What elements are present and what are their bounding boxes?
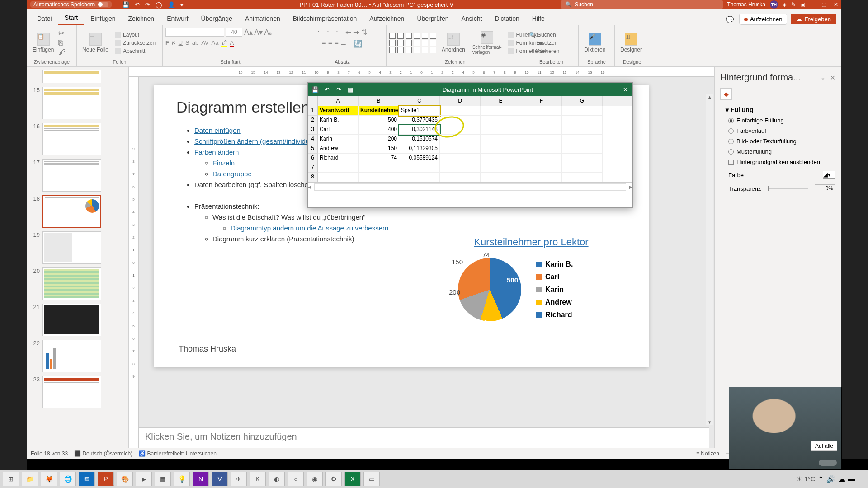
excel-icon[interactable]: X [344, 472, 361, 486]
chart-data-window[interactable]: 💾 ↶ ↷ ▦ Diagramm in Microsoft PowerPoint… [307, 82, 633, 208]
tab-ansicht[interactable]: Ansicht [455, 12, 488, 25]
tab-bildschirm[interactable]: Bildschirmpräsentation [287, 12, 363, 25]
firefox-icon[interactable]: 🦊 [41, 472, 57, 486]
tab-animationen[interactable]: Animationen [239, 12, 287, 25]
tab-hilfe[interactable]: Hilfe [526, 12, 551, 25]
app4-icon[interactable]: V [212, 472, 228, 486]
tab-start[interactable]: Start [58, 11, 85, 25]
outlook-icon[interactable]: ✉ [79, 472, 95, 486]
apply-all-button[interactable]: Auf alle [811, 441, 837, 451]
tab-zeichnen[interactable]: Zeichnen [122, 12, 161, 25]
italic-button[interactable]: K [172, 39, 176, 47]
strike-button[interactable]: S [185, 39, 189, 47]
tray-chevron-icon[interactable]: ⌃ [818, 475, 824, 483]
tab-datei[interactable]: Datei [31, 12, 58, 25]
paste-button[interactable]: 📋Einfügen [30, 31, 57, 55]
designer-button[interactable]: ◫Designer [618, 31, 645, 55]
record-button[interactable]: Aufzeichnen [739, 14, 788, 25]
close-icon[interactable]: ✕ [622, 86, 629, 93]
explorer-icon[interactable]: 📁 [22, 472, 38, 486]
chrome-icon[interactable]: 🌐 [60, 472, 76, 486]
save-icon[interactable]: 💾 [311, 86, 319, 93]
thumb-23[interactable] [42, 376, 101, 408]
thumb-16[interactable] [42, 123, 101, 155]
taskbar[interactable]: ⊞ 📁 🦊 🌐 ✉ P 🎨 ▶ ▦ 💡 N V ✈ K ◐ ○ ◉ ⚙ X ▭ … [0, 470, 868, 488]
calendar-icon[interactable]: ▣ [800, 1, 805, 8]
quickstyle-button[interactable]: ◉Schnellformat-vorlagen [470, 29, 504, 56]
start-icon[interactable]: ⊞ [3, 472, 19, 486]
thumb-21[interactable] [42, 304, 101, 336]
app2-icon[interactable]: ▦ [155, 472, 171, 486]
tab-uebergaenge[interactable]: Übergänge [195, 12, 239, 25]
fill-tab-icon[interactable]: ◆ [720, 88, 732, 100]
telegram-icon[interactable]: ✈ [231, 472, 247, 486]
tab-entwurf[interactable]: Entwurf [160, 12, 194, 25]
tab-einfuegen[interactable]: Einfügen [84, 12, 122, 25]
layout-button[interactable]: Layout [113, 31, 157, 38]
autosave-toggle[interactable]: Automatisches Speichern [30, 1, 112, 8]
user-name[interactable]: Thomas Hruska [727, 1, 765, 8]
app9-icon[interactable]: ▭ [363, 472, 380, 486]
maximize-icon[interactable]: ▢ [821, 1, 826, 8]
dictate-button[interactable]: 🎤Diktieren [581, 31, 608, 55]
thumb-15[interactable] [42, 87, 101, 119]
slide-editor[interactable]: 1615141312111098765432101234567891011121… [129, 67, 714, 448]
find-button[interactable]: 🔍Suchen [527, 31, 561, 38]
person-icon[interactable]: 👤 [168, 1, 175, 8]
transparency-value[interactable]: 0% [815, 184, 835, 192]
slide-thumbnails[interactable]: 15 16 17 18 19 20 21 22 23 [27, 67, 129, 448]
clock[interactable] [858, 476, 865, 482]
share-button[interactable]: ☁Freigeben [791, 14, 836, 24]
tray-battery-icon[interactable]: ▬ [848, 475, 855, 483]
avatar[interactable]: TH [770, 0, 778, 9]
excel-icon[interactable]: ▦ [347, 86, 354, 93]
format-painter-icon[interactable]: 🖌 [58, 48, 66, 56]
tab-ueberpruefen[interactable]: Überprüfen [410, 12, 455, 25]
cut-icon[interactable]: ✂ [58, 29, 66, 38]
formula-bar[interactable] [314, 183, 626, 191]
chevron-down-icon[interactable]: ⌄ [821, 74, 826, 81]
notes-placeholder[interactable]: Klicken Sie, um Notizen hinzuzufügen [139, 427, 709, 448]
radio-gradient[interactable]: Farbverlauf [720, 126, 835, 136]
refresh-icon[interactable]: ◯ [156, 1, 162, 8]
undo-icon[interactable]: ↶ [135, 1, 140, 8]
section-button[interactable]: Abschnitt [113, 47, 157, 55]
app8-icon[interactable]: ◉ [307, 472, 323, 486]
vlc-icon[interactable]: ▶ [136, 472, 152, 486]
tray-volume-icon[interactable]: 🔊 [826, 475, 835, 483]
copy-icon[interactable]: ⎘ [58, 39, 66, 47]
comment-icon[interactable]: 💬 [724, 14, 736, 25]
minimize-icon[interactable]: — [809, 1, 814, 8]
tray-cloud-icon[interactable]: ☁ [838, 475, 845, 483]
new-slide-button[interactable]: ▭Neue Folie [80, 31, 111, 55]
notes-toggle[interactable]: ≡ Notizen [696, 450, 719, 457]
select-button[interactable]: ↗Markieren [527, 47, 561, 55]
language-indicator[interactable]: ⬛ Deutsch (Österreich) [74, 450, 132, 457]
transparency-slider[interactable] [768, 188, 809, 189]
highlight-button[interactable]: 🖍 [221, 39, 227, 47]
radio-pattern[interactable]: Musterfüllung [720, 146, 835, 157]
search-input[interactable]: 🔍Suchen [561, 0, 723, 9]
pie-chart[interactable]: Kursteilnehmer pro Lektor 74 150 200 400… [450, 236, 613, 343]
thumb-18[interactable] [42, 195, 101, 228]
pen-icon[interactable]: ✎ [791, 1, 796, 8]
settings-icon[interactable]: ⚙ [326, 472, 342, 486]
thumb-17[interactable] [42, 159, 101, 192]
check-hide-bg[interactable]: Hintergrundgrafiken ausblenden [720, 157, 835, 167]
thumb-19[interactable] [42, 231, 101, 264]
undo-icon[interactable]: ↶ [323, 86, 330, 93]
powerpoint-icon[interactable]: P [98, 472, 114, 486]
app6-icon[interactable]: ◐ [269, 472, 285, 486]
radio-picture[interactable]: Bild- oder Texturfüllung [720, 136, 835, 146]
reset-button[interactable]: Zurücksetzen [113, 39, 157, 47]
close-panel-icon[interactable]: ✕ [830, 74, 835, 81]
font-family-select[interactable] [165, 28, 224, 37]
font-color-button[interactable]: A [230, 39, 234, 47]
app-icon[interactable]: 🎨 [117, 472, 133, 486]
replace-button[interactable]: ↔Ersetzen [527, 39, 561, 47]
diamond-icon[interactable]: ◈ [783, 1, 787, 8]
tab-dictation[interactable]: Dictation [488, 12, 525, 25]
thumb-20[interactable] [42, 267, 101, 300]
save-icon[interactable]: 💾 [122, 1, 129, 8]
app5-icon[interactable]: K [250, 472, 266, 486]
